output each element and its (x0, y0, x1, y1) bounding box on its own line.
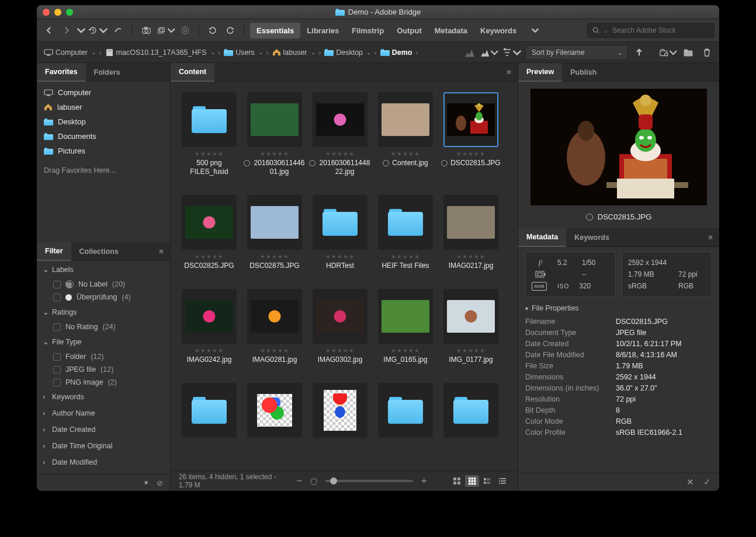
thumbnail-prefer-icon[interactable] (481, 45, 498, 60)
filter-rating-button[interactable] (502, 45, 522, 60)
filter-item[interactable]: JPEG file (12) (37, 363, 170, 376)
search-stock-field[interactable]: ⌄ (587, 23, 715, 38)
metadata-panel-menu-icon[interactable]: ≡ (702, 228, 719, 246)
folder-item[interactable] (438, 383, 504, 438)
folder-item[interactable]: ★★★★★HEIF Test Files (373, 195, 438, 270)
favorites-item[interactable]: Desktop (37, 114, 170, 129)
tab-filter[interactable]: Filter (37, 242, 71, 261)
tab-publish[interactable]: Publish (562, 63, 605, 81)
tab-folders[interactable]: Folders (86, 63, 129, 81)
filter-item[interactable]: PNG image (2) (37, 376, 170, 389)
file-item[interactable]: ★★★★★Content.jpg (373, 92, 438, 176)
file-item[interactable]: ★★★★★DSC02825.JPG (176, 195, 242, 270)
filter-item[interactable]: No Label (20) (37, 278, 170, 291)
workspace-tab-output[interactable]: Output (390, 23, 428, 39)
filter-item[interactable]: Folder (12) (37, 350, 170, 363)
favorites-item[interactable]: Pictures (37, 144, 170, 158)
filter-section-header[interactable]: ⌄Labels (37, 261, 170, 278)
tab-collections[interactable]: Collections (71, 242, 127, 260)
workspace-tab-libraries[interactable]: Libraries (300, 23, 345, 39)
breadcrumb-item[interactable]: Computer⌄ (41, 47, 98, 58)
filter-section-header[interactable]: ›Date Created (37, 421, 170, 438)
rotate-cw-button[interactable] (223, 23, 238, 38)
filter-section-header[interactable]: ›Date Time Original (37, 438, 170, 454)
folder-item[interactable] (176, 383, 242, 438)
file-properties-header[interactable]: ▾File Properties (518, 301, 719, 316)
pin-filter-icon[interactable]: ✦ (141, 477, 151, 489)
filter-panel-menu-icon[interactable]: ≡ (152, 242, 170, 260)
get-photos-button[interactable] (138, 23, 155, 38)
file-item[interactable] (307, 383, 373, 438)
filter-item[interactable]: Überprüfung (4) (37, 291, 170, 304)
tab-favorites[interactable]: Favorites (37, 63, 86, 82)
file-item[interactable]: ★★★★★IMG_0165.jpg (373, 289, 438, 364)
file-item[interactable]: ★★★★★DSC02875.JPG (242, 195, 307, 270)
tab-preview[interactable]: Preview (518, 63, 562, 82)
preview-image[interactable] (530, 89, 707, 205)
zoom-out-icon[interactable]: − (297, 476, 302, 486)
filter-section-header[interactable]: ›Author Name (37, 405, 170, 421)
content-panel-menu-icon[interactable]: ≡ (500, 63, 518, 81)
file-item[interactable]: ★★★★★DSC02815.JPG (438, 92, 504, 176)
rotate-ccw-button[interactable] (205, 23, 220, 38)
filter-section-header[interactable]: ⌄File Type (37, 333, 170, 350)
workspace-tab-metadata[interactable]: Metadata (428, 23, 474, 39)
zoom-slider[interactable] (325, 480, 413, 482)
apply-metadata-icon[interactable]: ✓ (703, 477, 711, 487)
file-item[interactable]: ★★★★★IMAG0242.jpg (176, 289, 242, 364)
filter-section-header[interactable]: ›Keywords (37, 389, 170, 405)
view-list-icon[interactable] (495, 475, 509, 487)
folder-item[interactable]: ★★★★★HDRTest (307, 195, 373, 270)
file-item[interactable]: ★★★★★IMAG0281.jpg (242, 289, 307, 364)
tab-content[interactable]: Content (171, 63, 214, 82)
breadcrumb-item[interactable]: macOS10.13_17A365_HFS⌄ (103, 47, 217, 58)
filter-item[interactable]: No Rating (24) (37, 320, 170, 333)
favorites-item[interactable]: Documents (37, 129, 170, 144)
batch-button[interactable] (158, 23, 175, 38)
file-item[interactable] (242, 383, 307, 438)
search-dropdown-icon[interactable]: ⌄ (603, 27, 608, 34)
sort-direction-button[interactable] (632, 45, 647, 60)
favorites-item[interactable]: Computer (37, 85, 170, 100)
file-item[interactable]: ★★★★★201603061144822.jpg (307, 92, 373, 176)
cancel-metadata-icon[interactable]: ✕ (686, 477, 694, 487)
open-recent-button[interactable] (660, 45, 677, 60)
open-camera-raw-button[interactable] (178, 23, 193, 38)
breadcrumb-item[interactable]: Desktop⌄ (322, 47, 373, 58)
breadcrumb-item[interactable]: labuser⌄ (270, 47, 318, 58)
folder-item[interactable] (373, 383, 438, 438)
file-item[interactable]: ★★★★★201603061144601.jpg (242, 92, 307, 176)
recent-button[interactable] (88, 23, 108, 38)
zoom-reset-icon[interactable]: ◯ (310, 477, 317, 485)
sort-select[interactable]: Sort by Filename (525, 45, 628, 60)
delete-button[interactable] (699, 45, 715, 60)
search-input[interactable] (611, 26, 709, 35)
thumbnail-quality-icon[interactable] (462, 45, 477, 60)
new-folder-button[interactable] (681, 45, 696, 60)
favorites-item[interactable]: labuser (37, 100, 170, 114)
file-item[interactable]: ★★★★★IMAG0217.jpg (438, 195, 504, 270)
boomerang-button[interactable] (110, 23, 126, 38)
view-thumbnails-icon[interactable] (465, 475, 479, 487)
workspace-overflow-icon[interactable] (528, 23, 543, 38)
file-item[interactable]: ★★★★★IMG_0177.jpg (438, 289, 504, 364)
view-grid-lock-icon[interactable] (450, 475, 464, 487)
filter-section-header[interactable]: ›Date Modified (37, 454, 170, 470)
nav-forward-button[interactable] (59, 23, 74, 38)
workspace-tab-keywords[interactable]: Keywords (474, 23, 523, 39)
folder-item[interactable]: ★★★★★500 png FILES_fusid (176, 92, 242, 176)
file-item[interactable]: ★★★★★IMAG0302.jpg (307, 289, 373, 364)
view-details-icon[interactable] (480, 475, 494, 487)
clear-filter-icon[interactable]: ⊘ (157, 479, 163, 487)
tab-keywords[interactable]: Keywords (566, 228, 618, 246)
breadcrumb-item[interactable]: Users⌄ (221, 47, 265, 58)
nav-back-button[interactable] (41, 23, 57, 38)
zoom-in-icon[interactable]: + (421, 476, 426, 486)
workspace-tab-essentials[interactable]: Essentials (250, 23, 300, 39)
workspace-tab-filmstrip[interactable]: Filmstrip (345, 23, 390, 39)
tab-metadata[interactable]: Metadata (518, 228, 566, 247)
content-grid[interactable]: ★★★★★500 png FILES_fusid★★★★★20160306114… (171, 82, 518, 470)
breadcrumb-item[interactable]: Demo (378, 47, 415, 58)
filter-section-header[interactable]: ⌄Ratings (37, 304, 170, 320)
nav-dropdown-icon[interactable] (77, 23, 86, 38)
